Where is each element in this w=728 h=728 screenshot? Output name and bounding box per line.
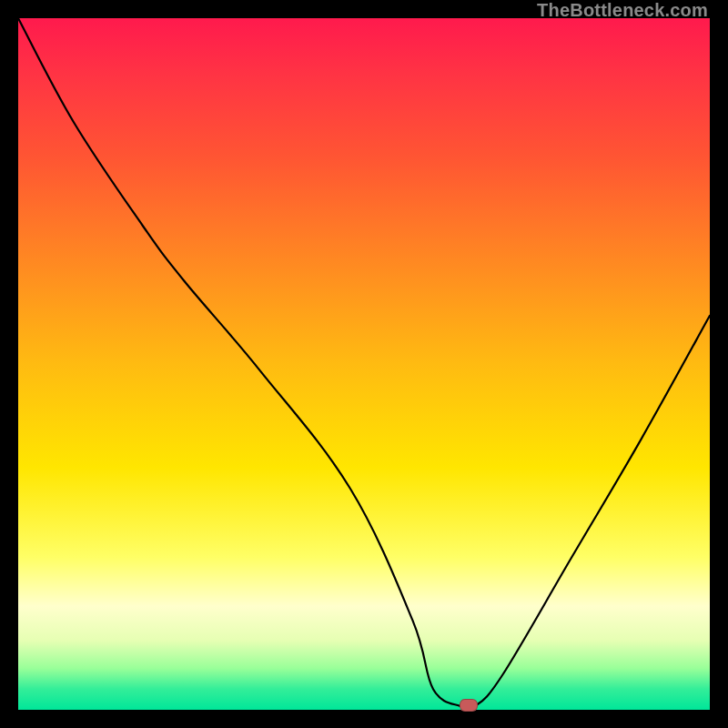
optimal-marker (460, 699, 478, 712)
bottleneck-curve (18, 18, 710, 710)
plot-area (18, 18, 710, 710)
chart-container: TheBottleneck.com (0, 0, 728, 728)
